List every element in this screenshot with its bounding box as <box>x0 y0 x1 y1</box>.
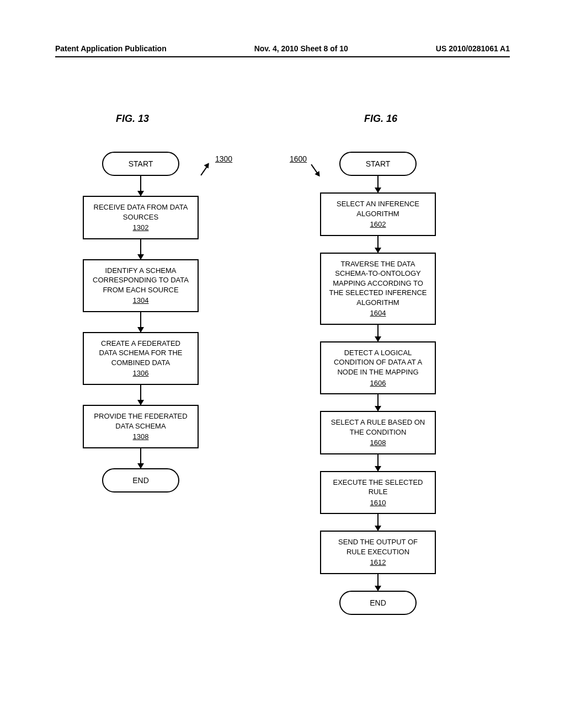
step-text: CREATE A FEDERATED DATA SCHEMA FOR THE C… <box>92 339 190 368</box>
page-header: Patent Application Publication Nov. 4, 2… <box>55 44 510 57</box>
fig13-start: START <box>102 152 179 176</box>
arrow <box>377 176 379 192</box>
arrow <box>140 176 141 196</box>
step-ref: 1608 <box>370 438 386 448</box>
step-text: TRAVERSE THE DATA SCHEMA-TO-ONTOLOGY MAP… <box>329 259 427 308</box>
header-right: US 2010/0281061 A1 <box>436 44 510 53</box>
fig16-step-1610: EXECUTE THE SELECTED RULE 1610 <box>320 471 436 515</box>
fig16-ref: 1600 <box>290 154 307 163</box>
step-text: RECEIVE DATA FROM DATA SOURCES <box>92 202 190 222</box>
arrow <box>140 312 141 332</box>
step-ref: 1302 <box>133 223 149 233</box>
fig16-end: END <box>339 591 417 615</box>
step-text: SELECT AN INFERENCE ALGORITHM <box>329 199 427 218</box>
fig16-step-1602: SELECT AN INFERENCE ALGORITHM 1602 <box>320 192 436 236</box>
fig16-step-1608: SELECT A RULE BASED ON THE CONDITION 160… <box>320 411 436 454</box>
step-ref: 1602 <box>370 220 386 229</box>
arrow <box>140 448 141 468</box>
arrow <box>377 574 379 591</box>
fig16-step-1606: DETECT A LOGICAL CONDITION OF DATA AT A … <box>320 341 436 394</box>
header-left: Patent Application Publication <box>55 44 167 53</box>
step-text: EXECUTE THE SELECTED RULE <box>329 478 427 497</box>
step-text: DETECT A LOGICAL CONDITION OF DATA AT A … <box>329 348 427 377</box>
fig13-ref: 1300 <box>215 154 232 163</box>
fig13-step-1308: PROVIDE THE FEDERATED DATA SCHEMA 1308 <box>83 405 199 448</box>
fig13-step-1304: IDENTIFY A SCHEMA CORRESPONDING TO DATA … <box>83 259 199 312</box>
fig16-ref-arrow <box>311 164 319 176</box>
header-center: Nov. 4, 2010 Sheet 8 of 10 <box>254 44 348 53</box>
flowchart-16: START SELECT AN INFERENCE ALGORITHM 1602… <box>320 152 436 615</box>
step-text: SEND THE OUTPUT OF RULE EXECUTION <box>329 537 427 556</box>
step-ref: 1610 <box>370 498 386 508</box>
fig13-ref-arrow <box>200 164 209 176</box>
step-text: SELECT A RULE BASED ON THE CONDITION <box>329 417 427 437</box>
arrow <box>377 325 379 341</box>
fig16-start: START <box>339 152 417 176</box>
arrow <box>377 454 379 471</box>
step-ref: 1304 <box>133 296 149 306</box>
step-ref: 1308 <box>133 432 149 442</box>
step-text: PROVIDE THE FEDERATED DATA SCHEMA <box>92 411 190 431</box>
step-text: IDENTIFY A SCHEMA CORRESPONDING TO DATA … <box>92 266 190 295</box>
flowchart-13: START RECEIVE DATA FROM DATA SOURCES 130… <box>83 152 199 493</box>
step-ref: 1606 <box>370 378 386 388</box>
step-ref: 1612 <box>370 558 386 568</box>
arrow <box>140 239 141 259</box>
fig13-end: END <box>102 468 179 493</box>
fig13-step-1306: CREATE A FEDERATED DATA SCHEMA FOR THE C… <box>83 332 199 385</box>
step-ref: 1604 <box>370 308 386 318</box>
step-ref: 1306 <box>133 368 149 378</box>
arrow <box>377 236 379 253</box>
fig16-step-1612: SEND THE OUTPUT OF RULE EXECUTION 1612 <box>320 531 436 574</box>
arrow <box>140 385 141 405</box>
fig16-label: FIG. 16 <box>364 113 397 125</box>
arrow <box>377 394 379 411</box>
fig16-step-1604: TRAVERSE THE DATA SCHEMA-TO-ONTOLOGY MAP… <box>320 253 436 325</box>
arrow <box>377 514 379 531</box>
fig13-label: FIG. 13 <box>116 113 149 125</box>
fig13-step-1302: RECEIVE DATA FROM DATA SOURCES 1302 <box>83 196 199 239</box>
